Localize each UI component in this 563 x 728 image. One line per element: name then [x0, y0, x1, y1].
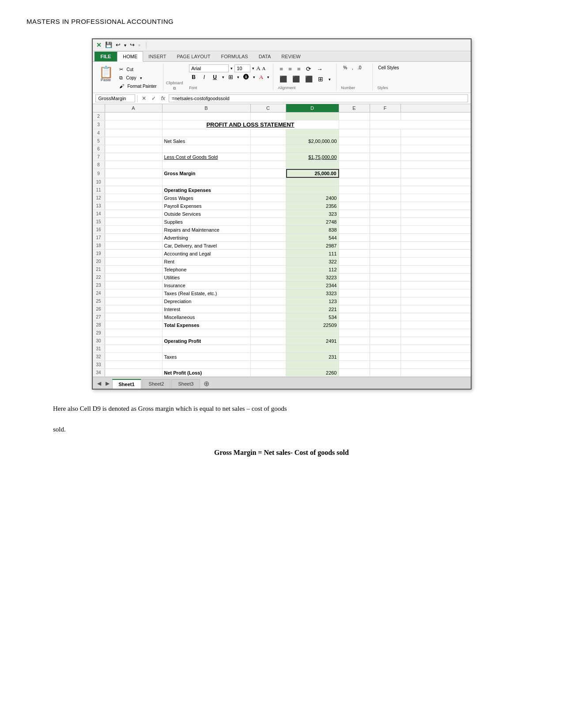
- cell-d25[interactable]: 123: [286, 297, 339, 305]
- cell-a25[interactable]: [105, 297, 162, 305]
- cell-c19[interactable]: [251, 250, 286, 257]
- increase-dec-button[interactable]: .0: [356, 65, 363, 71]
- cell-e16[interactable]: [339, 226, 370, 233]
- cell-f18[interactable]: [370, 242, 401, 249]
- cell-f31[interactable]: [370, 345, 401, 353]
- next-sheet-button[interactable]: ▶: [104, 379, 111, 388]
- cell-a20[interactable]: [105, 258, 162, 265]
- cell-d12[interactable]: 2400: [286, 194, 339, 202]
- cell-b12[interactable]: Gross Wages: [162, 194, 251, 202]
- cell-e31[interactable]: [339, 345, 370, 353]
- merge-arrow[interactable]: ▾: [327, 76, 333, 83]
- cell-e5[interactable]: [339, 137, 370, 145]
- cell-a30[interactable]: [105, 337, 162, 345]
- cell-e33[interactable]: [339, 361, 370, 368]
- cell-b2[interactable]: [162, 113, 251, 120]
- cell-a4[interactable]: [105, 129, 162, 137]
- font-name-arrow[interactable]: ▾: [230, 66, 233, 71]
- font-size-input[interactable]: [234, 64, 250, 72]
- cell-e15[interactable]: [339, 218, 370, 225]
- cell-c31[interactable]: [251, 345, 286, 353]
- accept-formula-button[interactable]: ✓: [150, 95, 158, 102]
- cell-c11[interactable]: [251, 186, 286, 194]
- cell-a22[interactable]: [105, 274, 162, 281]
- cell-b26[interactable]: Interest: [162, 305, 251, 313]
- cell-e9[interactable]: [339, 169, 370, 178]
- cell-d2[interactable]: [286, 113, 339, 120]
- cell-f26[interactable]: [370, 305, 401, 313]
- cell-b34[interactable]: Net Profit (Loss): [162, 369, 251, 376]
- cell-e32[interactable]: [339, 353, 370, 360]
- cell-a2[interactable]: [105, 113, 162, 120]
- cell-b4[interactable]: [162, 129, 251, 137]
- cell-a26[interactable]: [105, 305, 162, 313]
- cell-a11[interactable]: [105, 186, 162, 194]
- cell-a8[interactable]: [105, 161, 162, 169]
- cell-d6[interactable]: [286, 145, 339, 153]
- align-top-button[interactable]: ≡: [278, 65, 285, 74]
- font-size-increase[interactable]: A: [256, 65, 260, 72]
- cell-a15[interactable]: [105, 218, 162, 225]
- cell-f11[interactable]: [370, 186, 401, 194]
- cell-d8[interactable]: [286, 161, 339, 169]
- cancel-formula-button[interactable]: ✕: [140, 95, 148, 102]
- cell-d31[interactable]: [286, 345, 339, 353]
- cell-a16[interactable]: [105, 226, 162, 233]
- sheet-tab-1[interactable]: Sheet1: [112, 379, 141, 389]
- cell-e8[interactable]: [339, 161, 370, 169]
- cell-d17[interactable]: 544: [286, 234, 339, 241]
- merge-button[interactable]: ⊞: [316, 75, 325, 84]
- cell-d20[interactable]: 322: [286, 258, 339, 265]
- cell-f15[interactable]: [370, 218, 401, 225]
- col-header-c[interactable]: C: [251, 104, 286, 112]
- cell-f28[interactable]: [370, 321, 401, 329]
- cell-e18[interactable]: [339, 242, 370, 249]
- cell-a34[interactable]: [105, 369, 162, 376]
- cell-c22[interactable]: [251, 274, 286, 281]
- cell-d16[interactable]: 838: [286, 226, 339, 233]
- cell-f33[interactable]: [370, 361, 401, 368]
- cell-c7[interactable]: [251, 153, 286, 161]
- cell-a6[interactable]: [105, 145, 162, 153]
- underline-button[interactable]: U: [210, 73, 219, 81]
- cell-b28[interactable]: Total Expenses: [162, 321, 251, 329]
- cell-f34[interactable]: [370, 369, 401, 376]
- align-middle-button[interactable]: ≡: [287, 65, 294, 74]
- cell-c20[interactable]: [251, 258, 286, 265]
- cell-f8[interactable]: [370, 161, 401, 169]
- cell-styles-button[interactable]: Cell Styles: [377, 64, 400, 71]
- cell-f16[interactable]: [370, 226, 401, 233]
- cell-e27[interactable]: [339, 313, 370, 321]
- cell-a31[interactable]: [105, 345, 162, 353]
- cell-b17[interactable]: Advertising: [162, 234, 251, 241]
- cell-a7[interactable]: [105, 153, 162, 161]
- cell-c9[interactable]: [251, 169, 286, 178]
- cell-c23[interactable]: [251, 281, 286, 289]
- cell-f13[interactable]: [370, 202, 401, 210]
- sheet-tab-2[interactable]: Sheet2: [142, 379, 171, 388]
- col-header-b[interactable]: B: [162, 104, 251, 112]
- cell-a13[interactable]: [105, 202, 162, 210]
- cell-e21[interactable]: [339, 266, 370, 273]
- cell-d23[interactable]: 2344: [286, 281, 339, 289]
- cell-a33[interactable]: [105, 361, 162, 368]
- cell-b30[interactable]: Operating Profit: [162, 337, 251, 345]
- cell-c18[interactable]: [251, 242, 286, 249]
- cell-c8[interactable]: [251, 161, 286, 169]
- cell-f24[interactable]: [370, 289, 401, 297]
- cell-a5[interactable]: [105, 137, 162, 145]
- font-color-arrow[interactable]: ▾: [267, 75, 269, 79]
- cell-b15[interactable]: Supplies: [162, 218, 251, 225]
- cell-c34[interactable]: [251, 369, 286, 376]
- copy-button[interactable]: ⧉ Copy ▾: [117, 74, 159, 82]
- cell-d11[interactable]: [286, 186, 339, 194]
- cell-b9[interactable]: Gross Margin: [162, 169, 251, 178]
- cell-d27[interactable]: 534: [286, 313, 339, 321]
- clipboard-expand-icon[interactable]: ⧉: [173, 86, 176, 91]
- cell-a9[interactable]: [105, 169, 162, 178]
- tab-file[interactable]: FILE: [94, 52, 117, 61]
- cell-f21[interactable]: [370, 266, 401, 273]
- comma-button[interactable]: ,: [350, 65, 355, 71]
- cell-c33[interactable]: [251, 361, 286, 368]
- cell-e13[interactable]: [339, 202, 370, 210]
